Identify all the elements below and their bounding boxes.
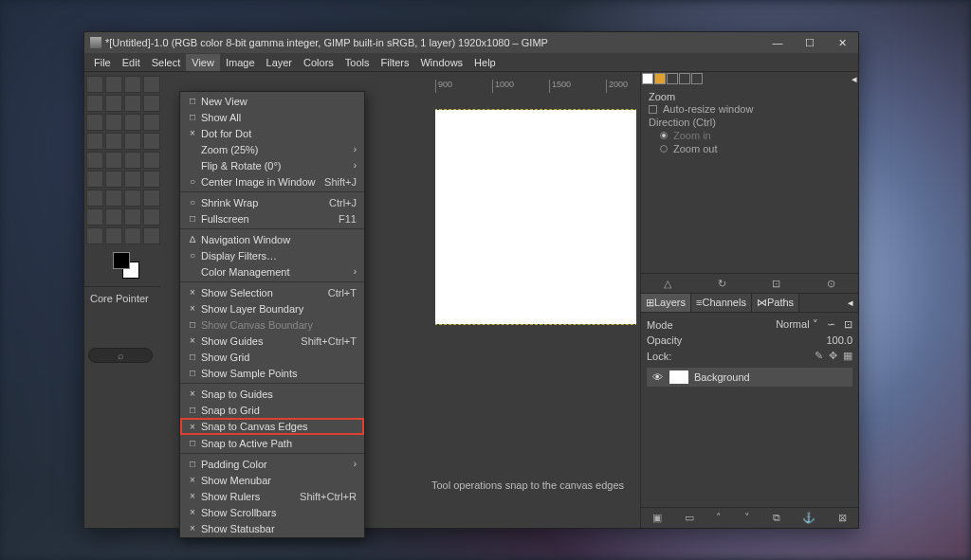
duplicate-layer-icon[interactable]: ⧉ (773, 512, 780, 524)
tool-4[interactable] (86, 95, 103, 112)
search-icon[interactable]: ⌕ (88, 348, 153, 363)
menu-filters[interactable]: Filters (376, 54, 415, 71)
menu-item-display-filters-[interactable]: ○Display Filters… (180, 247, 364, 263)
menu-item-snap-to-canvas-edges[interactable]: ×Snap to Canvas Edges (180, 418, 364, 435)
visibility-icon[interactable]: 👁 (650, 371, 664, 383)
tool-13[interactable] (105, 133, 122, 150)
tab-channels[interactable]: ≡Channels (691, 294, 752, 312)
lower-layer-icon[interactable]: ˅ (744, 512, 750, 524)
menu-item-snap-to-grid[interactable]: □Snap to Grid (180, 402, 364, 418)
tool-2[interactable] (124, 76, 141, 93)
new-layer-icon[interactable]: ▣ (652, 512, 662, 524)
menu-item-shrink-wrap[interactable]: ○Shrink WrapCtrl+J (180, 194, 364, 210)
tool-33[interactable] (105, 227, 122, 244)
menu-item-show-menubar[interactable]: ×Show Menubar (180, 472, 364, 488)
menu-item-flip-rotate-0-[interactable]: Flip & Rotate (0°)› (180, 157, 364, 173)
tool-14[interactable] (124, 133, 141, 150)
zoom-out-radio[interactable] (660, 145, 668, 153)
canvas[interactable] (435, 110, 636, 324)
nav-btn-4[interactable]: ⊙ (827, 278, 835, 290)
tool-31[interactable] (143, 208, 160, 226)
raise-layer-icon[interactable]: ˄ (716, 512, 722, 524)
nav-btn-2[interactable]: ↻ (718, 278, 726, 290)
menu-item-show-rulers[interactable]: ×Show RulersShift+Ctrl+R (180, 488, 364, 504)
color-swatches[interactable] (113, 252, 160, 284)
menu-file[interactable]: File (88, 54, 117, 71)
tool-12[interactable] (86, 133, 103, 150)
menu-item-dot-for-dot[interactable]: ×Dot for Dot (180, 125, 364, 141)
tool-16[interactable] (86, 152, 103, 169)
tool-26[interactable] (124, 190, 141, 207)
menu-image[interactable]: Image (220, 54, 261, 71)
menu-edit[interactable]: Edit (117, 54, 146, 71)
menu-item-fullscreen[interactable]: □FullscreenF11 (180, 210, 364, 226)
tool-35[interactable] (143, 227, 160, 244)
nav-sq3[interactable] (667, 73, 678, 84)
nav-arrow-icon[interactable]: ◂ (852, 73, 857, 86)
close-button[interactable]: ✕ (826, 32, 858, 53)
tabs-arrow-icon[interactable]: ◂ (843, 294, 858, 312)
nav-btn-1[interactable]: △ (664, 278, 671, 290)
tool-8[interactable] (86, 114, 103, 131)
tool-27[interactable] (143, 190, 160, 207)
menu-item-show-sample-points[interactable]: □Show Sample Points (180, 365, 364, 381)
zoom-in-radio[interactable] (660, 132, 668, 139)
menu-item-snap-to-guides[interactable]: ×Snap to Guides (180, 386, 364, 402)
menu-item-padding-color[interactable]: □Padding Color› (180, 456, 364, 472)
menu-item-zoom-25-[interactable]: Zoom (25%)› (180, 141, 364, 157)
auto-resize-checkbox[interactable] (649, 105, 657, 114)
minimize-button[interactable]: — (761, 32, 794, 53)
tool-25[interactable] (105, 190, 122, 207)
tool-11[interactable] (143, 114, 160, 131)
menu-item-navigation-window[interactable]: ∆Navigation Window (180, 231, 364, 247)
lock-alpha-icon[interactable]: ▦ (843, 350, 852, 362)
menu-help[interactable]: Help (468, 54, 502, 71)
menu-item-color-management[interactable]: Color Management› (180, 263, 364, 280)
tool-32[interactable] (86, 227, 103, 244)
lock-position-icon[interactable]: ✥ (829, 350, 837, 362)
layer-row[interactable]: 👁 Background (647, 368, 852, 387)
tool-3[interactable] (143, 76, 160, 93)
menu-layer[interactable]: Layer (261, 54, 299, 71)
delete-layer-icon[interactable]: ⊠ (838, 512, 847, 524)
tool-1[interactable] (105, 76, 122, 93)
menu-item-show-selection[interactable]: ×Show SelectionCtrl+T (180, 284, 364, 300)
tool-28[interactable] (86, 208, 103, 226)
tool-23[interactable] (143, 171, 160, 188)
menu-item-center-image-in-window[interactable]: ○Center Image in WindowShift+J (180, 173, 364, 190)
tab-paths[interactable]: ⋈Paths (752, 294, 799, 312)
tool-24[interactable] (86, 190, 103, 207)
menu-item-show-scrollbars[interactable]: ×Show Scrollbars (180, 504, 364, 520)
new-group-icon[interactable]: ▭ (685, 512, 694, 524)
menu-item-show-statusbar[interactable]: ×Show Statusbar (180, 520, 364, 536)
opacity-value[interactable]: 100.0 (826, 334, 852, 346)
menu-select[interactable]: Select (146, 54, 187, 71)
tab-layers[interactable]: ⊞Layers (641, 294, 691, 312)
anchor-layer-icon[interactable]: ⚓ (802, 512, 815, 524)
menu-item-show-all[interactable]: □Show All (180, 109, 364, 125)
tool-19[interactable] (143, 152, 160, 169)
tool-30[interactable] (124, 208, 141, 226)
maximize-button[interactable]: ☐ (794, 32, 826, 53)
menu-colors[interactable]: Colors (298, 54, 339, 71)
menu-tools[interactable]: Tools (339, 54, 376, 71)
tool-17[interactable] (105, 152, 122, 169)
tool-34[interactable] (124, 227, 141, 244)
menu-item-new-view[interactable]: □New View (180, 93, 364, 109)
tool-6[interactable] (124, 95, 141, 112)
menu-item-snap-to-active-path[interactable]: □Snap to Active Path (180, 435, 364, 451)
menu-windows[interactable]: Windows (414, 54, 468, 71)
menu-item-show-layer-boundary[interactable]: ×Show Layer Boundary (180, 300, 364, 316)
nav-sq5[interactable] (691, 73, 703, 84)
lock-pixels-icon[interactable]: ✎ (815, 350, 823, 362)
mode-value[interactable]: Normal (776, 318, 809, 330)
menu-view[interactable]: View (186, 54, 220, 71)
menu-item-show-grid[interactable]: □Show Grid (180, 349, 364, 365)
fg-color[interactable] (113, 252, 130, 269)
tool-21[interactable] (105, 171, 122, 188)
tool-7[interactable] (143, 95, 160, 112)
tool-15[interactable] (143, 133, 160, 150)
tool-5[interactable] (105, 95, 122, 112)
tool-0[interactable] (86, 76, 103, 93)
tool-18[interactable] (124, 152, 141, 169)
